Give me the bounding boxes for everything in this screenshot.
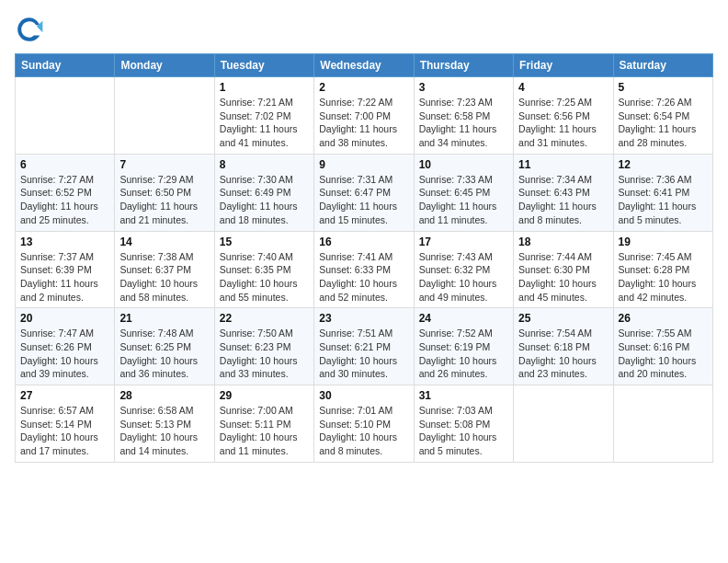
day-number: 6 [20, 158, 109, 171]
day-number: 29 [220, 389, 309, 402]
calendar-cell: 31Sunrise: 7:03 AM Sunset: 5:08 PM Dayli… [414, 385, 513, 463]
day-header-wednesday: Wednesday [314, 54, 414, 77]
day-info: Sunrise: 7:41 AM Sunset: 6:33 PM Dayligh… [319, 250, 408, 304]
day-number: 27 [20, 389, 109, 402]
calendar-cell: 22Sunrise: 7:50 AM Sunset: 6:23 PM Dayli… [214, 308, 313, 385]
calendar-cell: 24Sunrise: 7:52 AM Sunset: 6:19 PM Dayli… [414, 308, 513, 385]
calendar-cell: 19Sunrise: 7:45 AM Sunset: 6:28 PM Dayli… [613, 231, 712, 308]
calendar-cell: 16Sunrise: 7:41 AM Sunset: 6:33 PM Dayli… [314, 231, 414, 308]
day-info: Sunrise: 7:21 AM Sunset: 7:02 PM Dayligh… [220, 96, 309, 150]
day-number: 4 [518, 81, 608, 94]
day-info: Sunrise: 7:47 AM Sunset: 6:26 PM Dayligh… [20, 327, 109, 381]
day-info: Sunrise: 7:44 AM Sunset: 6:30 PM Dayligh… [518, 250, 608, 304]
day-number: 8 [220, 158, 309, 171]
calendar-cell: 9Sunrise: 7:31 AM Sunset: 6:47 PM Daylig… [314, 154, 414, 231]
day-number: 16 [319, 236, 408, 248]
day-info: Sunrise: 7:38 AM Sunset: 6:37 PM Dayligh… [119, 250, 209, 304]
day-number: 22 [220, 312, 309, 325]
logo-icon [15, 15, 44, 44]
calendar-cell: 17Sunrise: 7:43 AM Sunset: 6:32 PM Dayli… [414, 231, 513, 308]
calendar-cell: 10Sunrise: 7:33 AM Sunset: 6:45 PM Dayli… [414, 154, 513, 231]
day-info: Sunrise: 7:03 AM Sunset: 5:08 PM Dayligh… [419, 404, 508, 458]
day-info: Sunrise: 7:50 AM Sunset: 6:23 PM Dayligh… [220, 327, 309, 381]
calendar-cell [115, 77, 214, 155]
calendar-cell: 30Sunrise: 7:01 AM Sunset: 5:10 PM Dayli… [314, 385, 414, 463]
day-header-tuesday: Tuesday [214, 54, 313, 77]
calendar-cell: 14Sunrise: 7:38 AM Sunset: 6:37 PM Dayli… [115, 231, 214, 308]
day-number: 20 [20, 312, 109, 325]
day-info: Sunrise: 7:33 AM Sunset: 6:45 PM Dayligh… [419, 173, 508, 227]
day-info: Sunrise: 7:31 AM Sunset: 6:47 PM Dayligh… [319, 173, 408, 227]
day-info: Sunrise: 7:52 AM Sunset: 6:19 PM Dayligh… [419, 327, 508, 381]
day-info: Sunrise: 7:55 AM Sunset: 6:16 PM Dayligh… [619, 327, 708, 381]
calendar-cell: 25Sunrise: 7:54 AM Sunset: 6:18 PM Dayli… [514, 308, 613, 385]
page-header [15, 15, 713, 44]
day-info: Sunrise: 7:01 AM Sunset: 5:10 PM Dayligh… [319, 404, 408, 458]
day-number: 5 [619, 81, 708, 94]
calendar-week-row: 1Sunrise: 7:21 AM Sunset: 7:02 PM Daylig… [16, 77, 713, 155]
day-number: 9 [319, 158, 408, 171]
calendar-cell: 5Sunrise: 7:26 AM Sunset: 6:54 PM Daylig… [613, 77, 712, 155]
calendar-week-row: 6Sunrise: 7:27 AM Sunset: 6:52 PM Daylig… [16, 154, 713, 231]
day-info: Sunrise: 6:57 AM Sunset: 5:14 PM Dayligh… [20, 404, 109, 458]
day-number: 21 [119, 312, 209, 325]
calendar-cell: 3Sunrise: 7:23 AM Sunset: 6:58 PM Daylig… [414, 77, 513, 155]
day-number: 12 [619, 158, 708, 171]
calendar-week-row: 13Sunrise: 7:37 AM Sunset: 6:39 PM Dayli… [16, 231, 713, 308]
calendar-cell: 13Sunrise: 7:37 AM Sunset: 6:39 PM Dayli… [16, 231, 115, 308]
calendar-cell: 28Sunrise: 6:58 AM Sunset: 5:13 PM Dayli… [115, 385, 214, 463]
day-number: 10 [419, 158, 508, 171]
day-number: 11 [518, 158, 608, 171]
calendar-week-row: 20Sunrise: 7:47 AM Sunset: 6:26 PM Dayli… [16, 308, 713, 385]
day-info: Sunrise: 7:23 AM Sunset: 6:58 PM Dayligh… [419, 96, 508, 150]
calendar-cell: 27Sunrise: 6:57 AM Sunset: 5:14 PM Dayli… [16, 385, 115, 463]
calendar-cell: 21Sunrise: 7:48 AM Sunset: 6:25 PM Dayli… [115, 308, 214, 385]
day-info: Sunrise: 7:43 AM Sunset: 6:32 PM Dayligh… [419, 250, 508, 304]
day-number: 25 [518, 312, 608, 325]
calendar-table: SundayMondayTuesdayWednesdayThursdayFrid… [15, 53, 713, 463]
day-info: Sunrise: 7:51 AM Sunset: 6:21 PM Dayligh… [319, 327, 408, 381]
day-number: 3 [419, 81, 508, 94]
day-number: 19 [619, 236, 708, 248]
calendar-header-row: SundayMondayTuesdayWednesdayThursdayFrid… [16, 54, 713, 77]
day-info: Sunrise: 7:25 AM Sunset: 6:56 PM Dayligh… [518, 96, 608, 150]
day-number: 30 [319, 389, 408, 402]
calendar-cell: 18Sunrise: 7:44 AM Sunset: 6:30 PM Dayli… [514, 231, 613, 308]
day-number: 7 [119, 158, 209, 171]
calendar-cell: 29Sunrise: 7:00 AM Sunset: 5:11 PM Dayli… [214, 385, 313, 463]
day-header-thursday: Thursday [414, 54, 513, 77]
day-number: 13 [20, 236, 109, 248]
day-number: 23 [319, 312, 408, 325]
day-info: Sunrise: 7:27 AM Sunset: 6:52 PM Dayligh… [20, 173, 109, 227]
day-number: 2 [319, 81, 408, 94]
calendar-week-row: 27Sunrise: 6:57 AM Sunset: 5:14 PM Dayli… [16, 385, 713, 463]
calendar-cell: 11Sunrise: 7:34 AM Sunset: 6:43 PM Dayli… [514, 154, 613, 231]
calendar-cell [613, 385, 712, 463]
day-number: 24 [419, 312, 508, 325]
calendar-cell: 6Sunrise: 7:27 AM Sunset: 6:52 PM Daylig… [16, 154, 115, 231]
day-header-sunday: Sunday [16, 54, 115, 77]
calendar-cell: 15Sunrise: 7:40 AM Sunset: 6:35 PM Dayli… [214, 231, 313, 308]
day-info: Sunrise: 7:30 AM Sunset: 6:49 PM Dayligh… [220, 173, 309, 227]
calendar-cell: 20Sunrise: 7:47 AM Sunset: 6:26 PM Dayli… [16, 308, 115, 385]
day-info: Sunrise: 7:37 AM Sunset: 6:39 PM Dayligh… [20, 250, 109, 304]
calendar-cell: 7Sunrise: 7:29 AM Sunset: 6:50 PM Daylig… [115, 154, 214, 231]
day-number: 1 [220, 81, 309, 94]
day-number: 17 [419, 236, 508, 248]
day-header-friday: Friday [514, 54, 613, 77]
day-info: Sunrise: 7:34 AM Sunset: 6:43 PM Dayligh… [518, 173, 608, 227]
day-number: 28 [119, 389, 209, 402]
day-info: Sunrise: 7:36 AM Sunset: 6:41 PM Dayligh… [619, 173, 708, 227]
day-info: Sunrise: 7:48 AM Sunset: 6:25 PM Dayligh… [119, 327, 209, 381]
day-info: Sunrise: 7:54 AM Sunset: 6:18 PM Dayligh… [518, 327, 608, 381]
day-number: 18 [518, 236, 608, 248]
day-info: Sunrise: 7:45 AM Sunset: 6:28 PM Dayligh… [619, 250, 708, 304]
calendar-cell: 1Sunrise: 7:21 AM Sunset: 7:02 PM Daylig… [214, 77, 313, 155]
calendar-cell: 23Sunrise: 7:51 AM Sunset: 6:21 PM Dayli… [314, 308, 414, 385]
calendar-cell: 2Sunrise: 7:22 AM Sunset: 7:00 PM Daylig… [314, 77, 414, 155]
calendar-cell: 8Sunrise: 7:30 AM Sunset: 6:49 PM Daylig… [214, 154, 313, 231]
day-info: Sunrise: 6:58 AM Sunset: 5:13 PM Dayligh… [119, 404, 209, 458]
calendar-cell [16, 77, 115, 155]
day-info: Sunrise: 7:22 AM Sunset: 7:00 PM Dayligh… [319, 96, 408, 150]
day-number: 15 [220, 236, 309, 248]
